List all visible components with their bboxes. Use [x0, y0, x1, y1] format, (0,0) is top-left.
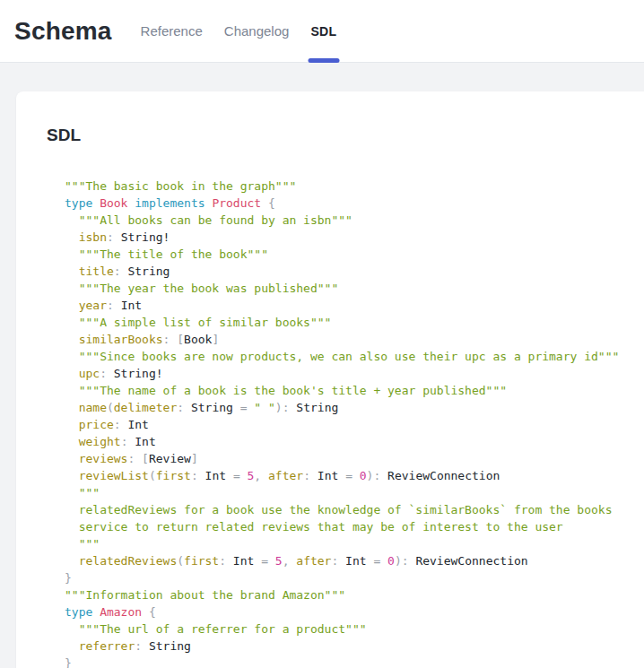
code-token-field: first [184, 554, 219, 568]
code-line: name(delimeter: String = " "): String [65, 399, 626, 416]
code-token-punct: = [240, 401, 255, 414]
code-token-scalar: String! [114, 367, 163, 380]
code-token-scalar: Int [205, 469, 233, 482]
code-line: """The url of a referrer for a product""… [65, 620, 626, 638]
code-line: """Information about the brand Amazon""" [65, 586, 626, 603]
code-line: title: String [65, 263, 626, 280]
code-token-punct: : [107, 230, 121, 244]
code-line: """The title of the book""" [65, 246, 626, 263]
code-token-field: isbn [79, 230, 107, 244]
code-token-scalar: String [296, 401, 338, 414]
code-line: upc: String! [65, 365, 626, 382]
code-token-scalar: String [149, 639, 191, 653]
code-token-field: reviewList [79, 469, 149, 482]
code-token-field: upc [79, 367, 100, 380]
sdl-card: SDL """The basic book in the graph"""typ… [16, 91, 644, 668]
code-token-punct: : [331, 554, 345, 568]
code-token-number: 0 [360, 469, 367, 482]
code-token-punct: : [177, 401, 191, 414]
code-token-punct: } [65, 571, 72, 585]
code-line: } [65, 655, 626, 668]
code-line: reviews: [Review] [65, 450, 626, 467]
code-token-comment: relatedReviews for a book use the knowle… [79, 503, 613, 516]
code-token-typename: Amazon [100, 605, 149, 619]
code-token-field: after [296, 554, 331, 568]
code-line: similarBooks: [Book] [65, 331, 626, 348]
code-token-punct: { [268, 196, 275, 210]
code-token-scalar: Int [233, 554, 261, 568]
tab-changelog[interactable]: Changelog [213, 0, 300, 62]
code-token-typename: Book [100, 196, 135, 210]
code-token-comment: """The name of a book is the book's titl… [79, 384, 507, 397]
code-token-scalar: Int [127, 418, 148, 431]
code-token-typename: Product [212, 196, 268, 210]
code-line: """A simple list of similar books""" [65, 314, 626, 331]
tab-sdl[interactable]: SDL [300, 0, 347, 62]
code-token-field: referrer [79, 639, 135, 653]
code-token-scalar: Int [121, 299, 142, 312]
code-token-punct: , [254, 469, 268, 482]
code-token-scalar: Review [149, 452, 191, 465]
code-token-field: weight [79, 435, 121, 448]
schema-header: Schema ReferenceChangelogSDL [0, 0, 644, 63]
code-line: relatedReviews(first: Int = 5, after: In… [65, 552, 626, 569]
code-token-punct: ): [275, 401, 296, 414]
code-token-field: title [79, 265, 114, 278]
code-token-punct: ): [395, 554, 415, 568]
code-token-field: reviews [79, 452, 128, 465]
code-token-scalar: Book [184, 333, 212, 346]
code-token-punct: : [303, 469, 318, 482]
code-token-field: similarBooks [79, 333, 163, 346]
code-line: reviewList(first: Int = 5, after: Int = … [65, 467, 626, 484]
code-token-punct: : [100, 367, 114, 380]
code-line: """ [65, 484, 626, 501]
code-token-punct: : [107, 299, 121, 312]
tab-reference[interactable]: Reference [130, 0, 213, 62]
code-token-scalar: ReviewConnection [387, 469, 500, 482]
code-token-comment: """ [79, 486, 100, 499]
code-token-kw: implements [135, 196, 212, 210]
code-token-punct: { [149, 605, 156, 619]
code-line: """ [65, 535, 626, 552]
tab-label: SDL [310, 24, 336, 39]
tabs: ReferenceChangelogSDL [130, 0, 348, 62]
code-token-kw: type [65, 196, 100, 210]
page-body: SDL """The basic book in the graph"""typ… [0, 63, 644, 668]
code-line: service to return related reviews that m… [65, 518, 626, 535]
code-token-comment: """The url of a referrer for a product""… [79, 622, 367, 636]
page-title: Schema [14, 17, 112, 46]
code-line: """The year the book was published""" [65, 280, 626, 297]
code-token-punct: = [373, 554, 387, 568]
code-token-field: delimeter [114, 401, 177, 414]
code-token-punct: : [191, 469, 205, 482]
code-line: type Amazon { [65, 603, 626, 620]
code-line: isbn: String! [65, 229, 626, 246]
code-token-punct: ( [107, 401, 114, 414]
code-token-comment: """A simple list of similar books""" [79, 316, 332, 329]
code-line: } [65, 569, 626, 586]
code-token-comment: """All books can be found by an isbn""" [79, 213, 352, 227]
code-token-comment: """ [79, 537, 100, 551]
card-heading: SDL [47, 126, 626, 143]
code-token-field: first [156, 469, 191, 482]
code-token-punct: ( [149, 469, 156, 482]
code-token-punct: : [ [127, 452, 148, 465]
code-token-punct: ] [191, 452, 198, 465]
sdl-code: """The basic book in the graph"""type Bo… [65, 178, 626, 668]
code-token-punct: ] [212, 333, 219, 346]
code-token-punct: : [ [163, 333, 184, 346]
code-line: relatedReviews for a book use the knowle… [65, 501, 626, 518]
code-token-punct: = [261, 554, 275, 568]
code-token-punct: ): [367, 469, 387, 482]
code-token-scalar: Int [318, 469, 345, 482]
code-token-kw: type [65, 605, 100, 619]
code-token-field: year [79, 299, 107, 312]
code-line: """The name of a book is the book's titl… [65, 382, 626, 399]
code-line: type Book implements Product { [65, 195, 626, 212]
code-token-scalar: Int [345, 554, 373, 568]
code-token-scalar: String [191, 401, 240, 414]
active-tab-underline [308, 58, 339, 63]
tab-label: Changelog [224, 23, 290, 39]
code-token-punct: : [114, 418, 128, 431]
code-token-field: relatedReviews [79, 554, 178, 568]
